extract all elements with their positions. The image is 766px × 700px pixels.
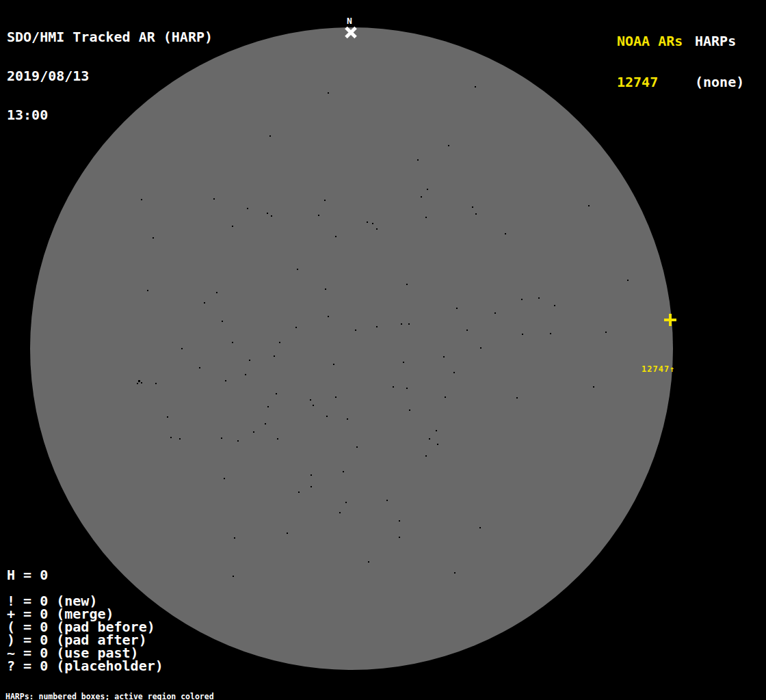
sunspot-speckle: [472, 206, 473, 208]
sunspot-speckle: [409, 409, 410, 411]
sunspot-speckle: [427, 189, 428, 190]
sunspot-speckle: [421, 196, 422, 198]
sunspot-speckle: [253, 431, 254, 433]
legend-symbol-list: ! = 0 (new)+ = 0 (merge)( = 0 (pad befor…: [7, 595, 163, 673]
sunspot-speckle: [310, 399, 311, 401]
noaa-ars-value: 12747: [617, 75, 683, 89]
sunspot-speckle: [368, 561, 369, 563]
sunspot-speckle: [376, 326, 378, 327]
sunspot-speckle: [453, 372, 455, 373]
sunspot-speckle: [269, 135, 271, 137]
sunspot-speckle: [550, 333, 551, 334]
sunspot-speckle: [313, 405, 314, 406]
sunspot-speckle: [494, 312, 496, 314]
cross-bar: [669, 314, 672, 326]
sunspot-speckle: [274, 355, 275, 357]
sunspot-speckle: [399, 520, 400, 522]
noaa-ar-number-label: 12747↑: [642, 364, 675, 374]
sunspot-speckle: [277, 438, 278, 440]
sunspot-speckle: [147, 290, 148, 291]
sunspot-speckle: [393, 386, 394, 388]
sunspot-speckle: [297, 269, 298, 270]
sunspot-speckle: [138, 380, 140, 382]
noaa-ars-column: NOAA ARs 12747: [617, 7, 683, 103]
sunspot-speckle: [538, 297, 540, 299]
footer-caption: HARPs: numbered boxes; active region col…: [5, 676, 280, 700]
sunspot-speckle: [593, 386, 594, 388]
sunspot-speckle: [170, 437, 172, 438]
sunspot-speckle: [224, 478, 225, 479]
sunspot-speckle: [325, 288, 326, 290]
sunspot-speckle: [339, 512, 341, 513]
sunspot-speckle: [479, 527, 481, 528]
sunspot-speckle: [443, 356, 445, 358]
sunspot-speckle: [399, 537, 400, 538]
sunspot-speckle: [328, 316, 329, 317]
sunspot-speckle: [475, 213, 477, 215]
sunspot-speckle: [318, 215, 319, 216]
sunspot-speckle: [356, 446, 358, 448]
sunspot-speckle: [605, 332, 607, 333]
page-title: SDO/HMI Tracked AR (HARP): [7, 31, 213, 44]
sunspot-speckle: [429, 438, 430, 440]
sunspot-speckle: [287, 533, 288, 534]
sunspot-speckle: [448, 145, 449, 146]
sunspot-speckle: [247, 208, 248, 209]
sunspot-speckle: [245, 374, 246, 375]
sunspot-speckle: [179, 438, 181, 440]
sunspot-speckle: [445, 396, 446, 398]
noaa-ar-cross-icon: [664, 314, 676, 326]
sunspot-speckle: [627, 280, 629, 281]
harps-heading: HARPs: [695, 34, 744, 48]
sunspot-speckle: [456, 308, 458, 309]
sunspot-speckle: [221, 438, 222, 439]
sunspot-speckle: [480, 347, 481, 349]
sunspot-speckle: [437, 444, 438, 445]
sunspot-speckle: [222, 321, 223, 322]
sunspot-speckle: [408, 323, 410, 325]
sunspot-speckle: [199, 367, 200, 368]
sunspot-speckle: [276, 393, 277, 394]
harp-count: H = 0: [7, 567, 48, 583]
sunspot-speckle: [311, 486, 312, 487]
sunspot-speckle: [237, 440, 239, 442]
sunspot-speckle: [454, 572, 455, 574]
sunspot-speckle: [204, 302, 205, 304]
sunspot-speckle: [521, 299, 523, 300]
sunspot-speckle: [516, 397, 518, 399]
harps-column: HARPs (none): [695, 7, 744, 103]
sunspot-speckle: [298, 492, 300, 493]
sunspot-speckle: [347, 418, 348, 420]
sunspot-speckle: [232, 342, 233, 343]
sunspot-speckle: [335, 396, 336, 398]
sunspot-speckle: [343, 471, 344, 472]
harp-tracker-screen: { "header": { "title": "SDO/HMI Tracked …: [0, 0, 766, 700]
sunspot-speckle: [311, 474, 312, 476]
sunspot-speckle: [522, 334, 523, 335]
sunspot-speckle: [181, 348, 183, 349]
sunspot-speckle: [213, 198, 215, 200]
sunspot-speckle: [249, 360, 250, 361]
sunspot-speckle: [403, 362, 404, 363]
sunspot-speckle: [216, 292, 217, 293]
sunspot-speckle: [425, 217, 427, 218]
observation-date: 2019/08/13: [7, 70, 213, 83]
observation-time: 13:00: [7, 109, 213, 122]
north-pole-cross-icon: [343, 25, 358, 40]
sunspot-speckle: [376, 228, 378, 230]
sunspot-speckle: [406, 388, 408, 389]
sunspot-speckle: [355, 329, 356, 331]
header-block: SDO/HMI Tracked AR (HARP) 2019/08/13 13:…: [7, 5, 213, 135]
sunspot-speckle: [345, 502, 347, 503]
sunspot-speckle: [335, 236, 336, 237]
sunspot-speckle: [505, 233, 506, 234]
sunspot-speckle: [153, 237, 154, 239]
sunspot-speckle: [141, 199, 142, 200]
sunspot-speckle: [233, 576, 234, 577]
sunspot-speckle: [401, 323, 402, 325]
sunspot-speckle: [265, 423, 266, 425]
sunspot-speckle: [372, 223, 373, 224]
sunspot-speckle: [137, 383, 138, 384]
legend-line: ? = 0 (placeholder): [7, 660, 163, 673]
sunspot-speckle: [333, 364, 334, 365]
